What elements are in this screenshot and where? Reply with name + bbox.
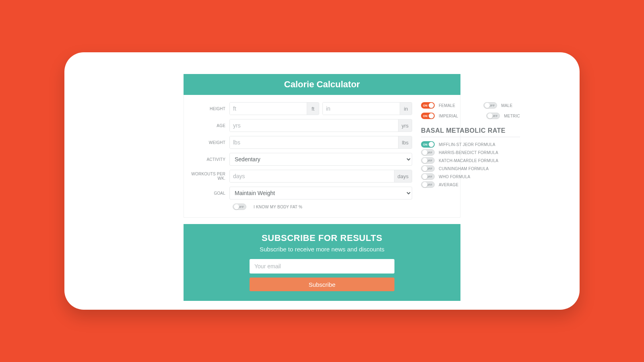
goal-label: GOAL bbox=[190, 191, 229, 195]
male-label: MALE bbox=[501, 103, 512, 108]
workouts-input[interactable] bbox=[230, 170, 394, 182]
activity-label: ACTIVITY bbox=[190, 157, 229, 162]
bmr-toggle-5[interactable]: OFF bbox=[421, 181, 435, 188]
female-toggle[interactable]: ON bbox=[421, 102, 435, 109]
age-label: AGE bbox=[190, 123, 229, 128]
options-column: ON FEMALE OFF MALE bbox=[412, 102, 520, 210]
email-input[interactable] bbox=[250, 259, 394, 274]
goal-select[interactable]: Maintain Weight bbox=[229, 187, 412, 200]
bmr-label-5: AVERAGE bbox=[439, 183, 458, 187]
bmr-toggle-1[interactable]: OFF bbox=[421, 149, 435, 156]
imperial-label: IMPERIAL bbox=[439, 114, 458, 118]
male-toggle[interactable]: OFF bbox=[483, 102, 497, 109]
bmr-title: BASAL METABOLIC RATE bbox=[421, 127, 520, 137]
subscribe-panel: SUBSCRIBE FOR RESULTS Subscribe to recei… bbox=[184, 224, 460, 301]
height-ft-input[interactable] bbox=[230, 103, 307, 115]
bmr-label-0: MIFFLIN-ST JEOR FORMULA bbox=[439, 142, 495, 147]
bmr-toggle-2[interactable]: OFF bbox=[421, 157, 435, 164]
imperial-toggle[interactable]: ON bbox=[421, 113, 435, 119]
female-label: FEMALE bbox=[439, 103, 455, 108]
bodyfat-toggle[interactable]: OFF bbox=[233, 204, 246, 210]
metric-toggle[interactable]: OFF bbox=[486, 113, 500, 119]
panel-body: HEIGHT ft in AGE bbox=[184, 95, 460, 218]
form-column: HEIGHT ft in AGE bbox=[190, 102, 412, 210]
panel-title: Calorie Calculator bbox=[184, 74, 460, 95]
bodyfat-label: I KNOW MY BODY FAT % bbox=[254, 205, 302, 209]
activity-select[interactable]: Sedentary bbox=[229, 153, 412, 166]
bmr-toggle-4[interactable]: OFF bbox=[421, 173, 435, 180]
bmr-label-2: KATCH-MACARDLE FORMULA bbox=[439, 158, 498, 163]
age-unit: yrs bbox=[398, 119, 412, 132]
bmr-toggle-0[interactable]: ON bbox=[421, 141, 435, 148]
age-input[interactable] bbox=[230, 119, 398, 132]
bmr-label-4: WHO FORMULA bbox=[439, 175, 470, 179]
workouts-label: WORKOUTS PER WK. bbox=[190, 172, 229, 181]
workouts-unit: days bbox=[394, 170, 412, 182]
bmr-label-3: CUNNINGHAM FORMULA bbox=[439, 167, 489, 171]
weight-label: WEIGHT bbox=[190, 140, 229, 145]
subscribe-title: SUBSCRIBE FOR RESULTS bbox=[184, 233, 460, 243]
bmr-label-1: HARRIS-BENEDICT FORMULA bbox=[439, 150, 498, 155]
weight-input[interactable] bbox=[230, 136, 398, 148]
height-in-unit: in bbox=[400, 103, 412, 115]
bmr-toggle-3[interactable]: OFF bbox=[421, 165, 435, 172]
metric-label: METRIC bbox=[504, 114, 520, 118]
calculator-panel: Calorie Calculator HEIGHT ft in bbox=[184, 74, 460, 301]
weight-unit: lbs bbox=[398, 136, 412, 148]
main-card: Calorie Calculator HEIGHT ft in bbox=[64, 52, 580, 310]
height-label: HEIGHT bbox=[190, 107, 229, 111]
subscribe-button[interactable]: Subscribe bbox=[250, 278, 394, 291]
height-ft-unit: ft bbox=[307, 103, 319, 115]
subscribe-desc: Subscribe to receive more news and disco… bbox=[184, 246, 460, 253]
height-in-input[interactable] bbox=[323, 103, 400, 115]
